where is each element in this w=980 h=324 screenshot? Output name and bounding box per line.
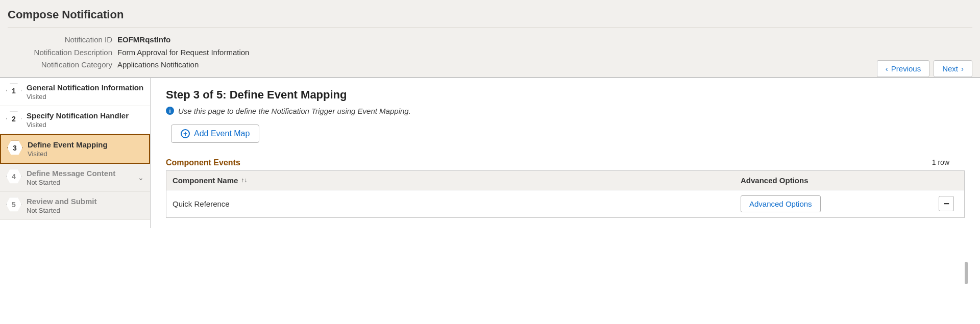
component-events-grid: Component Name ↑↓ Advanced Options Quick… (166, 170, 965, 218)
scrollbar-thumb[interactable] (965, 262, 968, 284)
meta-label-cat: Notification Category (8, 59, 117, 71)
sidebar-step-review-and-submit[interactable]: 5 Review and Submit Not Started (0, 192, 150, 220)
meta-label-desc: Notification Description (8, 47, 117, 59)
step-number-badge: 4 (6, 169, 21, 184)
hint-row: i Use this page to define the Notificati… (166, 107, 965, 115)
table-row: Quick Reference Advanced Options − (166, 190, 964, 217)
step-number-badge: 1 (6, 83, 21, 98)
page-header: Compose Notification Notification ID EOF… (0, 0, 980, 78)
meta-block: Notification ID EOFMRqstInfo Notificatio… (8, 28, 972, 71)
previous-button[interactable]: ‹ Previous (877, 60, 929, 77)
meta-label-id: Notification ID (8, 34, 117, 46)
hint-text: Use this page to define the Notification… (178, 107, 411, 115)
remove-row-button[interactable]: − (939, 196, 954, 211)
info-icon: i (166, 107, 174, 115)
step-heading: Step 3 of 5: Define Event Mapping (166, 88, 965, 102)
step-status: Not Started (27, 207, 97, 214)
sort-icon: ↑↓ (241, 177, 247, 184)
column-header-actions (928, 171, 964, 190)
step-title: Define Event Mapping (28, 140, 108, 149)
step-status: Not Started (27, 179, 115, 186)
cell-component-name: Quick Reference (166, 190, 734, 217)
column-header-advanced-options[interactable]: Advanced Options (734, 171, 928, 190)
step-title: General Notification Information (27, 83, 143, 92)
step-status: Visited (27, 121, 129, 129)
step-title: Define Message Content (27, 169, 115, 178)
sidebar-step-general-notification-information[interactable]: 1 General Notification Information Visit… (0, 78, 150, 106)
sidebar-step-define-message-content[interactable]: 4 Define Message Content Not Started ⌄ (0, 164, 150, 192)
main-content: Step 3 of 5: Define Event Mapping i Use … (151, 78, 980, 228)
plus-circle-icon: + (181, 129, 190, 138)
step-title: Specify Notification Handler (27, 111, 129, 120)
grid-header: Component Name ↑↓ Advanced Options (166, 171, 964, 190)
chevron-left-icon: ‹ (886, 64, 888, 73)
add-event-map-button[interactable]: + Add Event Map (171, 124, 259, 143)
column-header-label: Component Name (173, 176, 238, 185)
minus-icon: − (943, 198, 949, 210)
next-button[interactable]: Next › (934, 60, 972, 77)
meta-value-desc: Form Approval for Request Information (117, 47, 249, 59)
step-status: Visited (28, 150, 108, 158)
meta-value-id: EOFMRqstInfo (117, 34, 170, 46)
wizard-sidebar: 1 General Notification Information Visit… (0, 78, 151, 228)
step-number-badge: 5 (6, 197, 21, 212)
chevron-right-icon: › (961, 64, 964, 73)
chevron-down-icon: ⌄ (138, 173, 144, 182)
section-title: Component Events (166, 158, 965, 167)
page-title: Compose Notification (8, 8, 972, 21)
row-count: 1 row (932, 158, 949, 166)
next-label: Next (942, 64, 958, 73)
sidebar-step-define-event-mapping[interactable]: 3 Define Event Mapping Visited (0, 134, 150, 164)
step-title: Review and Submit (27, 197, 97, 206)
step-status: Visited (27, 93, 143, 101)
step-number-badge: 2 (6, 111, 21, 127)
sidebar-step-specify-notification-handler[interactable]: 2 Specify Notification Handler Visited (0, 106, 150, 134)
column-header-component-name[interactable]: Component Name ↑↓ (166, 171, 734, 190)
meta-value-cat: Applications Notification (117, 59, 199, 71)
add-event-map-label: Add Event Map (194, 129, 250, 138)
advanced-options-button[interactable]: Advanced Options (741, 195, 821, 212)
step-number-badge: 3 (7, 140, 22, 156)
previous-label: Previous (891, 64, 921, 73)
nav-buttons: ‹ Previous Next › (877, 60, 972, 77)
